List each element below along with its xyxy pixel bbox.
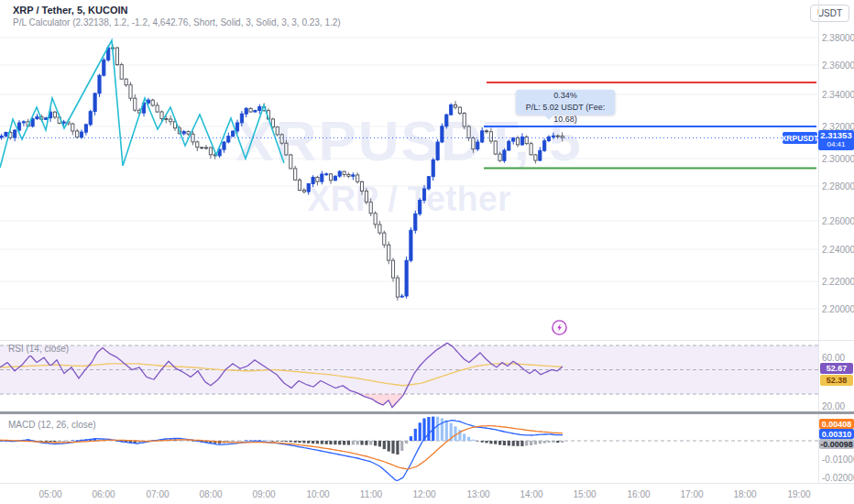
candle-body xyxy=(388,245,390,260)
candle-body xyxy=(485,131,487,132)
candle-body xyxy=(245,108,247,114)
candle-body xyxy=(494,141,497,154)
pl-tooltip-percent: 0.34% xyxy=(516,90,615,102)
time-axis-label: 10:00 xyxy=(298,489,338,499)
price-axis-label: 2.34000 xyxy=(822,90,854,100)
rsi-value-badge: 52.67 xyxy=(820,363,853,374)
macd-hist-bar xyxy=(235,441,238,442)
macd-hist-bar xyxy=(561,441,564,443)
time-axis-label: 12:00 xyxy=(404,489,444,499)
candle-body xyxy=(165,119,168,120)
candle-body xyxy=(17,123,20,130)
macd-hist-bar xyxy=(503,441,506,445)
candle-body xyxy=(307,184,310,192)
macd-hist-bar xyxy=(436,417,439,441)
candle-body xyxy=(45,118,48,120)
candle-body xyxy=(156,105,159,112)
candle-body xyxy=(503,150,506,160)
time-axis-label: 19:00 xyxy=(779,489,819,499)
macd-hist-bar xyxy=(454,426,456,441)
candle-body xyxy=(419,201,422,214)
macd-hist-bar xyxy=(67,441,70,442)
candle-body xyxy=(467,126,470,138)
candle-body xyxy=(134,98,137,110)
candle-body xyxy=(445,115,448,126)
macd-hist-bar xyxy=(347,441,350,445)
pl-tooltip: 0.34% P/L: 5.02 USDT (Fee: 10.68) xyxy=(516,90,615,115)
candle-body xyxy=(294,169,297,181)
price-axis-label: 2.22000 xyxy=(822,277,854,287)
macd-hist-bar xyxy=(245,440,247,441)
macd-hist-bar xyxy=(254,440,257,441)
macd-hist-bar xyxy=(445,421,448,441)
candle-body xyxy=(360,181,363,191)
macd-hist-bar xyxy=(400,441,403,451)
candle-body xyxy=(276,127,279,135)
candle-series[interactable] xyxy=(0,45,564,301)
candle-body xyxy=(271,119,274,127)
candle-body xyxy=(258,106,261,110)
candle-body xyxy=(432,160,434,177)
candle-body xyxy=(472,138,475,149)
candle-body xyxy=(508,141,510,150)
time-axis-label: 15:00 xyxy=(564,489,605,499)
candle-body xyxy=(552,136,554,137)
macd-hist-bar xyxy=(316,441,319,444)
candle-body xyxy=(543,141,546,151)
macd-value-badge: 0.00310 xyxy=(819,429,854,439)
candle-body xyxy=(98,75,101,93)
candle-body xyxy=(223,142,225,149)
time-axis-label: 09:00 xyxy=(244,489,284,499)
macd-hist-bar xyxy=(321,441,323,444)
current-price: 2.31353 xyxy=(820,131,851,140)
macd-hist-bar xyxy=(271,441,274,442)
candle-body xyxy=(325,174,328,175)
macd-hist-bar xyxy=(463,433,465,441)
candle-body xyxy=(290,155,292,169)
macd-hist-bar xyxy=(302,441,305,444)
macd-hist-bar xyxy=(58,441,60,442)
candle-body xyxy=(22,122,25,123)
macd-hist-bar xyxy=(360,441,363,445)
candle-body xyxy=(338,171,341,176)
macd-axis-label: -0.01000 xyxy=(822,455,854,465)
candle-body xyxy=(321,174,323,181)
price-line-symbol-badge: XRPUSDT xyxy=(783,132,817,144)
pane-separator-main-rsi[interactable] xyxy=(0,340,854,341)
candle-body xyxy=(71,124,74,131)
price-axis-label: 2.26000 xyxy=(822,216,854,226)
macd-hist-bar xyxy=(539,441,542,444)
candle-body xyxy=(232,131,235,137)
candle-body xyxy=(125,79,127,85)
candle-body xyxy=(458,107,461,114)
macd-hist-bar xyxy=(467,437,470,441)
candle-body xyxy=(534,155,537,160)
candle-body xyxy=(525,137,528,144)
macd-hist-bar xyxy=(525,441,528,445)
macd-signal-value-badge: 0.00408 xyxy=(819,419,854,429)
rsi-axis-label: 60.00 xyxy=(822,353,854,363)
candle-body xyxy=(450,104,453,115)
candle-body xyxy=(427,177,430,189)
candle-body xyxy=(227,137,230,142)
macd-hist-bar xyxy=(520,441,523,446)
candle-body xyxy=(182,132,185,134)
macd-hist-bar xyxy=(530,441,532,445)
candle-body xyxy=(512,138,515,142)
candle-body xyxy=(170,119,172,122)
macd-indicator-legend[interactable]: MACD (12, 26, close) xyxy=(8,420,96,430)
candle-body xyxy=(120,65,123,80)
candle-body xyxy=(476,142,479,149)
candle-body xyxy=(235,123,238,131)
macd-hist-bar xyxy=(494,441,497,444)
candle-body xyxy=(396,278,399,297)
macd-hist-bar xyxy=(276,441,279,442)
macd-hist-bar xyxy=(267,440,269,441)
macd-hist-bar xyxy=(258,440,261,441)
lightning-quick-action-icon[interactable] xyxy=(551,319,568,336)
price-axis-label: 2.24000 xyxy=(822,245,854,255)
rsi-indicator-legend[interactable]: RSI (14, close) xyxy=(8,344,69,354)
candle-body xyxy=(89,112,92,125)
candle-body xyxy=(240,114,243,123)
pane-separator-rsi-macd[interactable] xyxy=(0,411,854,414)
